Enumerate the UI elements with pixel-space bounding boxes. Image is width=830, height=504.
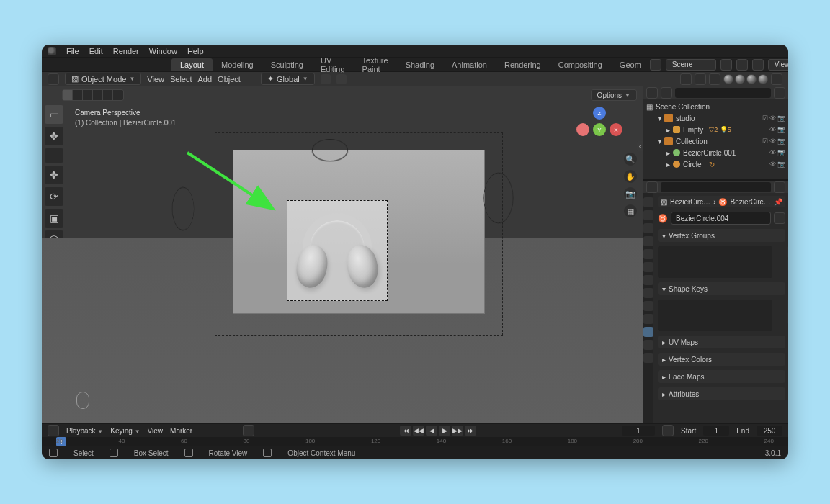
camera-icon[interactable]: 📷 (777, 114, 785, 122)
prop-tab-particle[interactable] (643, 288, 653, 298)
outliner-search-input[interactable] (675, 88, 771, 98)
scene-field[interactable]: Scene (666, 59, 716, 71)
play-icon[interactable]: ▶ (439, 426, 450, 436)
end-frame-field[interactable]: 250 (757, 426, 782, 436)
tab-sculpting[interactable]: Sculpting (262, 58, 312, 71)
prop-tab-material[interactable] (643, 340, 653, 350)
timeline-editor-icon[interactable] (48, 425, 59, 436)
jump-end-icon[interactable]: ⏭ (465, 426, 476, 436)
shading-mode-icons[interactable] (723, 74, 768, 84)
add-button[interactable]: + (787, 300, 788, 311)
snap-toggle[interactable] (321, 74, 331, 84)
eye-icon[interactable]: 👁 (769, 149, 776, 156)
prop-tab-data[interactable] (643, 327, 653, 337)
eye-icon[interactable]: 👁 (769, 114, 776, 122)
vertex-groups-list[interactable] (658, 246, 772, 278)
tab-shading[interactable]: Shading (397, 58, 443, 71)
perspective-toggle-icon[interactable]: ▦ (624, 204, 637, 217)
tab-animation[interactable]: Animation (443, 58, 496, 71)
prop-tab-render[interactable] (643, 197, 653, 207)
prop-tab-modifier[interactable] (643, 275, 653, 285)
add-button[interactable]: + (787, 246, 788, 258)
axis-x-icon[interactable]: X (610, 123, 622, 136)
tab-compositing[interactable]: Compositing (550, 58, 611, 71)
tab-layout[interactable]: Layout (171, 58, 213, 71)
outliner-row-bezier[interactable]: ▸ BezierCircle.001 👁📷 (646, 147, 785, 158)
menu-render[interactable]: Render (113, 47, 139, 55)
shape-keys-list[interactable] (658, 300, 772, 331)
axis-z-icon[interactable]: Z (593, 107, 606, 120)
jump-start-icon[interactable]: ⏮ (400, 426, 411, 436)
camera-icon[interactable]: 📷 (777, 126, 785, 133)
vp-menu-view[interactable]: View (147, 75, 164, 84)
panel-vertex-groups[interactable]: ▾Vertex Groups (658, 229, 785, 242)
eye-icon[interactable]: 👁 (769, 161, 776, 168)
prop-tab-scene[interactable] (643, 236, 653, 246)
outliner-filter-button[interactable] (774, 87, 785, 99)
menu-edit[interactable]: Edit (89, 47, 103, 55)
next-key-icon[interactable]: ▶▶ (452, 426, 463, 436)
vp-menu-select[interactable]: Select (170, 75, 192, 84)
shading-options-dropdown[interactable] (771, 73, 782, 85)
axis-negative-icon[interactable] (576, 123, 589, 136)
checkbox-icon[interactable]: ☑ (762, 114, 768, 122)
3d-viewport[interactable]: ▭ ✥ ✥ ⟳ ▣ ◯ ✎ ◿ ▦ Camera Perspective (1)… (42, 86, 643, 423)
vp-menu-object[interactable]: Object (218, 75, 241, 84)
viewlayer-field[interactable]: ViewLayer (768, 59, 788, 71)
breadcrumb-data[interactable]: BezierCirc… (730, 198, 770, 206)
outliner-display-mode[interactable] (646, 87, 658, 99)
orientation-dropdown[interactable]: ✦ Global ▼ (261, 73, 315, 85)
prop-tab-output[interactable] (643, 210, 653, 220)
camera-view-icon[interactable]: 📷 (624, 187, 637, 200)
tl-menu-view[interactable]: View (148, 427, 164, 435)
eye-icon[interactable]: 👁 (769, 138, 776, 145)
tab-uv-editing[interactable]: UV Editing (312, 54, 354, 76)
tab-modeling[interactable]: Modeling (213, 58, 262, 71)
tl-menu-playback[interactable]: Playback ▼ (66, 427, 103, 435)
tool-select-box[interactable]: ▭ (45, 105, 63, 124)
tool-cursor[interactable]: ✥ (45, 127, 63, 145)
play-reverse-icon[interactable]: ◀ (426, 426, 437, 436)
scene-pin-button[interactable] (736, 59, 748, 71)
checkbox-icon[interactable]: ☑ (762, 138, 768, 145)
axis-y-icon[interactable]: Y (593, 123, 606, 136)
dropdown-button[interactable]: ▾ (787, 259, 788, 271)
pan-icon[interactable]: ✋ (624, 170, 637, 183)
datablock-browse-button[interactable] (774, 212, 785, 224)
autokey-toggle[interactable] (243, 425, 254, 436)
tab-texture-paint[interactable]: Texture Paint (354, 54, 397, 76)
interaction-mode-dropdown[interactable]: ▧ Object Mode ▼ (65, 73, 141, 85)
prop-tab-world[interactable] (643, 249, 653, 259)
properties-options-button[interactable] (774, 181, 785, 193)
camera-icon[interactable]: 📷 (777, 161, 785, 168)
viewport-options-dropdown[interactable]: Options ▼ (591, 89, 637, 101)
menu-file[interactable]: File (66, 47, 79, 55)
camera-icon[interactable]: 📷 (777, 149, 785, 156)
pin-icon[interactable]: 📌 (774, 198, 782, 206)
tl-menu-marker[interactable]: Marker (170, 427, 192, 435)
start-frame-field[interactable]: 1 (703, 426, 729, 436)
viewlayer-browse-button[interactable] (752, 59, 764, 71)
tool-rotate[interactable]: ⟳ (45, 187, 63, 206)
eye-icon[interactable]: 👁 (769, 126, 776, 133)
navigation-gizmo[interactable]: Z Y X (576, 107, 622, 153)
timeline-track[interactable]: 1 204060 80100120 140160180 200220240 (42, 437, 788, 446)
editor-type-icon[interactable] (48, 73, 59, 85)
datablock-name-field[interactable]: BezierCircle.004 (671, 212, 771, 225)
panel-face-maps[interactable]: ▸Face Maps (658, 370, 785, 383)
prop-tab-viewlayer[interactable] (643, 223, 653, 233)
panel-shape-keys[interactable]: ▾Shape Keys (658, 282, 785, 295)
scene-browse-button[interactable] (650, 59, 661, 71)
tab-geom[interactable]: Geom (611, 58, 650, 71)
prev-key-icon[interactable]: ◀◀ (413, 426, 424, 436)
outliner-row-circle[interactable]: ▸ Circle ↻ 👁📷 (646, 158, 785, 170)
outliner-row-studio[interactable]: ▾ studio ☑👁📷 (646, 112, 785, 124)
xray-toggle[interactable] (709, 73, 720, 85)
select-mode-strip[interactable] (62, 89, 124, 101)
prop-tab-physics[interactable] (643, 301, 653, 311)
prop-tab-texture[interactable] (643, 353, 653, 363)
outliner-display-dropdown[interactable] (661, 87, 672, 99)
zoom-icon[interactable]: 🔍 (624, 153, 637, 166)
breadcrumb-object[interactable]: BezierCirc… (670, 198, 710, 206)
preview-range-icon[interactable] (662, 425, 674, 436)
